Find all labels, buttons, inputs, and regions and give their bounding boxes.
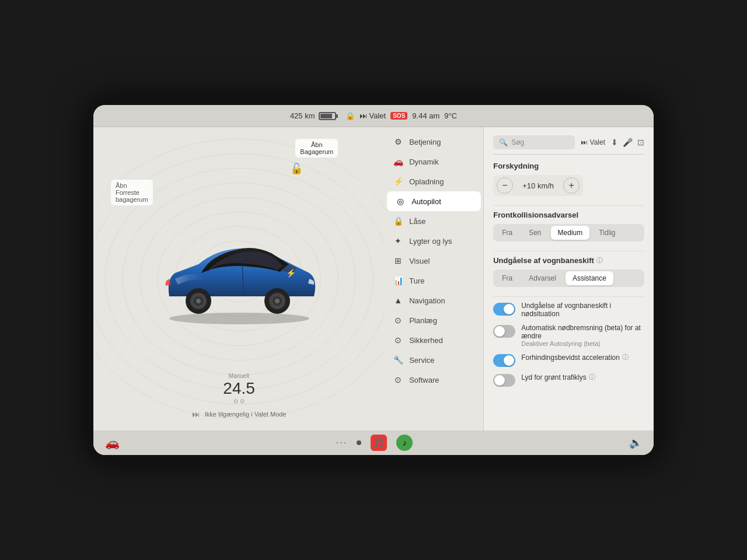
toggle-green-light[interactable] <box>493 374 515 387</box>
nav-item-lygter[interactable]: ✦ Lygter og lys <box>385 231 483 251</box>
opladning-icon: ⚡ <box>393 177 403 186</box>
search-placeholder: Søg <box>511 138 524 146</box>
toggle-autobrake-text: Automatisk nødbremsning (beta) for at æn… <box>521 324 644 347</box>
nav-item-betjening[interactable]: ⚙ Betjening <box>385 132 483 152</box>
volume-icon[interactable]: 🔈 <box>629 436 642 449</box>
toggle-row-greenlight: Lyd for grønt trafiklys ⓘ <box>493 373 644 387</box>
divider-1 <box>493 205 644 206</box>
svg-point-18 <box>275 299 280 303</box>
frontkollision-section: Frontkollisionsadvarsel Fra Sen Medium T… <box>493 211 644 242</box>
obstacle-info-icon[interactable]: ⓘ <box>622 353 629 362</box>
nav-item-visuel[interactable]: ⊞ Visuel <box>385 251 483 271</box>
status-bar: 425 km 🔒 ⏭ Valet SOS 9.44 am 9°C <box>93 105 654 127</box>
valet-bottom-bar: ⏭ Ikke tilgængelig i Valet Mode <box>93 410 385 419</box>
temp-display: 9°C <box>444 111 457 120</box>
open-front-trunk-button[interactable]: Åbn Forreste bagagerum <box>111 180 153 205</box>
forskydning-section: Forskydning − +10 km/h + <box>493 162 644 196</box>
left-panel: 🔓 Åbn Bagagerum Åbn Forreste bagagerum <box>93 127 385 430</box>
toggle-emergency-lane[interactable] <box>493 303 515 316</box>
speed-decrease-button[interactable]: − <box>497 177 513 194</box>
planlaeg-label: Planlæg <box>409 316 437 325</box>
navigation-label: Navigation <box>409 296 445 305</box>
right-panel: ⚙ Betjening 🚗 Dynamik ⚡ Opladning ◎ Auto… <box>385 127 654 430</box>
toggle-row-autobrake: Automatisk nødbremsning (beta) for at æn… <box>493 324 644 347</box>
toggle-greenlight-text: Lyd for grønt trafiklys ⓘ <box>521 373 595 382</box>
toggle-emergency-text: Undgåelse af vognbaneskift i nødsituatio… <box>521 302 644 318</box>
autopilot-label: Autopilot <box>411 197 441 206</box>
spotify-app-icon[interactable]: ♪ <box>396 435 413 451</box>
nav-item-laase[interactable]: 🔒 Låse <box>385 211 483 231</box>
lygter-label: Lygter og lys <box>409 237 452 246</box>
toggle-auto-brake[interactable] <box>493 325 515 338</box>
divider-2 <box>493 251 644 251</box>
ture-label: Ture <box>409 276 424 285</box>
btn-tidlig[interactable]: Tidlig <box>592 226 622 240</box>
sos-label: SOS <box>390 112 407 120</box>
car-svg: ⚡ <box>152 226 327 331</box>
status-icons: 🔒 ⏭ Valet SOS 9.44 am 9°C <box>345 111 458 120</box>
bottom-bar: 🚗 ··· 🎵 ♪ 🔈 <box>93 430 654 455</box>
betjening-icon: ⚙ <box>393 137 403 146</box>
autopilot-icon: ◎ <box>395 197 406 206</box>
vb-btn-advarsel[interactable]: Advarsel <box>522 271 563 285</box>
frontkollision-title: Frontkollisionsadvarsel <box>493 211 644 219</box>
frontkollision-options: Fra Sen Medium Tidlig <box>493 224 644 242</box>
valet-badge: ⏭ Valet <box>359 111 386 120</box>
settings-panel: 🔍 Søg ⏭ Valet ⬇ 🎤 ⊡ <box>484 127 654 430</box>
service-icon: 🔧 <box>393 355 403 365</box>
btn-sen[interactable]: Sen <box>522 226 548 240</box>
skip-icon: ⏭ <box>192 410 200 419</box>
vognbaneskift-info-icon[interactable]: ⓘ <box>596 256 603 265</box>
vb-btn-fra[interactable]: Fra <box>495 271 519 285</box>
nav-item-opladning[interactable]: ⚡ Opladning <box>385 172 483 191</box>
toggle-obstacle-text: Forhindingsbevidst acceleration ⓘ <box>521 353 629 362</box>
battery-area: 425 km <box>290 111 336 120</box>
svg-text:⚡: ⚡ <box>286 268 296 278</box>
greenlight-info-icon[interactable]: ⓘ <box>589 373 595 382</box>
search-box[interactable]: 🔍 Søg <box>493 135 574 149</box>
music-app-icon[interactable]: 🎵 <box>371 435 387 451</box>
betjening-label: Betjening <box>409 138 441 146</box>
speed-control: − +10 km/h + <box>493 175 583 196</box>
speed-value: +10 km/h <box>518 181 558 190</box>
btn-fra[interactable]: Fra <box>495 226 519 240</box>
toggle-row-obstacle: Forhindingsbevidst acceleration ⓘ <box>493 353 644 367</box>
download-icon[interactable]: ⬇ <box>611 138 618 147</box>
nav-item-planlaeg[interactable]: ⊙ Planlæg <box>385 310 483 330</box>
home-icon[interactable]: 🚗 <box>105 436 120 450</box>
home-dot-icon <box>357 440 361 445</box>
vb-btn-assistance[interactable]: Assistance <box>566 271 613 285</box>
mic-icon[interactable]: 🎤 <box>623 138 633 147</box>
btn-medium[interactable]: Medium <box>551 226 590 240</box>
dots-menu[interactable]: ··· <box>336 438 347 448</box>
settings-topbar: 🔍 Søg ⏭ Valet ⬇ 🎤 ⊡ <box>493 135 644 155</box>
topbar-skip-icon: ⏭ <box>581 138 588 146</box>
lygter-icon: ✦ <box>393 236 403 246</box>
valet-mode-text: Ikke tilgængelig i Valet Mode <box>205 411 287 418</box>
expand-icon[interactable]: ⊡ <box>637 138 644 147</box>
toggle-row-emergency: Undgåelse af vognbaneskift i nødsituatio… <box>493 302 644 318</box>
ture-icon: 📊 <box>393 276 403 285</box>
nav-item-ture[interactable]: 📊 Ture <box>385 271 483 290</box>
forskydning-title: Forskydning <box>493 162 644 170</box>
vognbaneskift-options: Fra Advarsel Assistance <box>493 270 644 287</box>
speed-increase-button[interactable]: + <box>563 177 580 194</box>
service-label: Service <box>409 356 434 365</box>
laase-icon: 🔒 <box>393 216 403 226</box>
open-trunk-button[interactable]: Åbn Bagagerum <box>295 139 338 158</box>
opladning-label: Opladning <box>409 177 444 186</box>
topbar-icons: ⬇ 🎤 ⊡ <box>611 138 644 147</box>
nav-item-software[interactable]: ⊙ Software <box>385 370 483 390</box>
nav-item-navigation[interactable]: ▲ Navigation <box>385 290 483 310</box>
nav-item-dynamik[interactable]: 🚗 Dynamik <box>385 152 483 172</box>
topbar-valet: ⏭ Valet <box>581 138 605 146</box>
car-labels: Åbn Bagagerum <box>295 139 338 158</box>
toggle-obstacle-accel[interactable] <box>493 354 515 367</box>
open-trunk-label: Åbn Bagagerum <box>300 141 333 155</box>
temp-display-area: Manuelt 24.5 ⊙ ⊙ <box>223 373 255 404</box>
nav-item-sikkerhed[interactable]: ⊙ Sikkerhed <box>385 330 483 350</box>
svg-point-9 <box>169 313 309 324</box>
nav-item-autopilot[interactable]: ◎ Autopilot <box>387 191 481 211</box>
nav-item-service[interactable]: 🔧 Service <box>385 350 483 370</box>
range-text: 425 km <box>290 111 315 120</box>
